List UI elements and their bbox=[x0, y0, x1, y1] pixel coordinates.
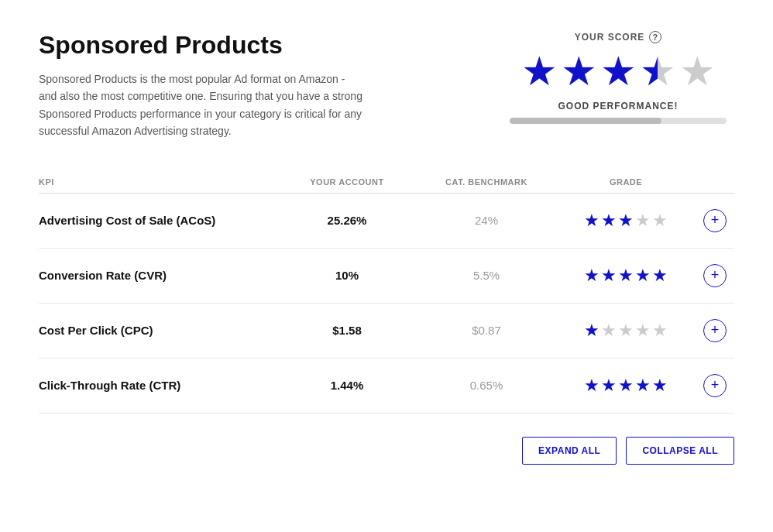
benchmark-value-3: 0.65% bbox=[417, 379, 556, 392]
help-icon[interactable]: ? bbox=[649, 31, 661, 43]
grade-stars-0: ★★★★★ bbox=[556, 211, 696, 231]
benchmark-value-0: 24% bbox=[417, 214, 556, 227]
score-label-text: YOUR SCORE bbox=[575, 32, 645, 43]
grade-star-filled-3-0: ★ bbox=[584, 376, 600, 396]
footer-buttons: EXPAND ALL COLLAPSE ALL bbox=[39, 437, 734, 465]
grade-star-filled-1-3: ★ bbox=[635, 266, 651, 286]
page-title: Sponsored Products bbox=[39, 31, 364, 60]
score-star-5: ★ bbox=[679, 51, 716, 91]
col-benchmark: CAT. BENCHMARK bbox=[417, 177, 556, 187]
page-description: Sponsored Products is the most popular A… bbox=[39, 70, 364, 140]
table-row: Conversion Rate (CVR)10%5.5%★★★★★+ bbox=[39, 249, 734, 304]
account-value-1: 10% bbox=[277, 269, 417, 282]
score-star-1: ★ bbox=[521, 51, 558, 91]
account-value-3: 1.44% bbox=[277, 379, 417, 392]
grade-star-empty-2-3: ★ bbox=[652, 321, 668, 341]
score-section: YOUR SCORE ? ★ ★ ★ ★★ ★ GOOD PERFORMANCE… bbox=[502, 31, 734, 124]
grade-stars-2: ★★★★★ bbox=[556, 321, 696, 341]
benchmark-value-1: 5.5% bbox=[417, 269, 556, 282]
score-bar-fill bbox=[510, 118, 661, 124]
grade-star-filled-0-2: ★ bbox=[618, 211, 634, 231]
grade-star-empty-0-0: ★ bbox=[635, 211, 651, 231]
grade-star-empty-2-0: ★ bbox=[601, 321, 617, 341]
table-row: Click-Through Rate (CTR)1.44%0.65%★★★★★+ bbox=[39, 359, 734, 414]
col-account: YOUR ACCOUNT bbox=[277, 177, 417, 187]
score-bar bbox=[510, 118, 727, 124]
kpi-name-3: Click-Through Rate (CTR) bbox=[39, 379, 277, 392]
table-header: KPI YOUR ACCOUNT CAT. BENCHMARK GRADE bbox=[39, 171, 734, 194]
table-row: Cost Per Click (CPC)$1.58$0.87★★★★★+ bbox=[39, 304, 734, 359]
expand-row-button-1[interactable]: + bbox=[703, 264, 727, 287]
table-rows: Advertising Cost of Sale (ACoS)25.26%24%… bbox=[39, 194, 734, 414]
grade-star-filled-0-1: ★ bbox=[601, 211, 617, 231]
grade-star-filled-2-0: ★ bbox=[584, 321, 600, 341]
score-stars: ★ ★ ★ ★★ ★ bbox=[502, 51, 734, 91]
grade-star-filled-1-0: ★ bbox=[584, 266, 600, 286]
account-value-0: 25.26% bbox=[277, 214, 417, 227]
col-kpi: KPI bbox=[39, 177, 277, 187]
grade-stars-3: ★★★★★ bbox=[556, 376, 696, 396]
expand-all-button[interactable]: EXPAND ALL bbox=[522, 437, 617, 465]
expand-row-button-2[interactable]: + bbox=[703, 319, 727, 342]
score-star-2: ★ bbox=[561, 51, 597, 91]
kpi-name-2: Cost Per Click (CPC) bbox=[39, 324, 277, 337]
account-value-2: $1.58 bbox=[277, 324, 417, 337]
grade-star-filled-1-1: ★ bbox=[601, 266, 617, 286]
col-grade: GRADE bbox=[556, 177, 696, 187]
col-actions bbox=[696, 177, 734, 187]
collapse-all-button[interactable]: COLLAPSE ALL bbox=[626, 437, 734, 465]
table-row: Advertising Cost of Sale (ACoS)25.26%24%… bbox=[39, 194, 734, 249]
grade-star-filled-3-3: ★ bbox=[635, 376, 651, 396]
expand-row-button-3[interactable]: + bbox=[703, 374, 727, 397]
performance-label: GOOD PERFORMANCE! bbox=[502, 101, 734, 112]
grade-star-filled-1-2: ★ bbox=[618, 266, 634, 286]
grade-star-empty-0-1: ★ bbox=[652, 211, 668, 231]
grade-star-filled-3-2: ★ bbox=[618, 376, 634, 396]
grade-star-empty-2-2: ★ bbox=[635, 321, 651, 341]
grade-star-empty-2-1: ★ bbox=[618, 321, 634, 341]
grade-stars-1: ★★★★★ bbox=[556, 266, 696, 286]
grade-star-filled-1-4: ★ bbox=[652, 266, 668, 286]
score-star-3: ★ bbox=[600, 51, 637, 91]
grade-star-filled-3-1: ★ bbox=[601, 376, 617, 396]
grade-star-filled-3-4: ★ bbox=[652, 376, 668, 396]
score-star-half: ★★ bbox=[640, 51, 676, 91]
kpi-name-1: Conversion Rate (CVR) bbox=[39, 269, 277, 282]
kpi-name-0: Advertising Cost of Sale (ACoS) bbox=[39, 214, 277, 227]
expand-row-button-0[interactable]: + bbox=[703, 209, 727, 232]
benchmark-value-2: $0.87 bbox=[417, 324, 556, 337]
grade-star-filled-0-0: ★ bbox=[584, 211, 600, 231]
